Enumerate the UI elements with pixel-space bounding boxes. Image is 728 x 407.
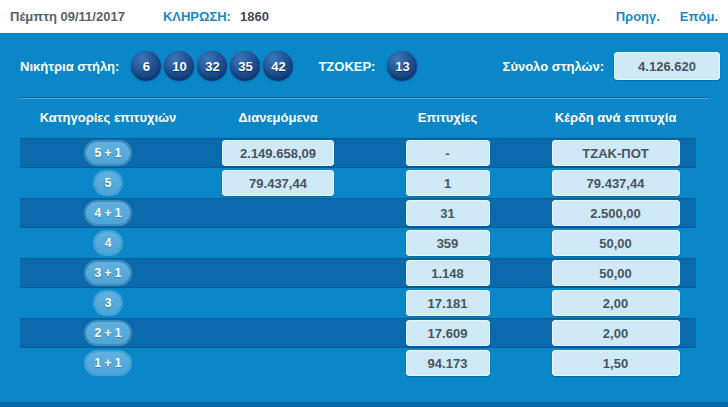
winning-number-ball: 32	[197, 51, 227, 81]
winning-numbers-row: Νικήτρια στήλη: 6 10 32 35 42 ΤΖΟΚΕΡ: 13…	[0, 33, 728, 81]
prize-table-header: Κατηγορίες επιτυχιών Διανεμόμενα Επιτυχί…	[20, 99, 696, 138]
winning-number-ball: 35	[230, 51, 260, 81]
column-header-prize: Κέρδη ανά επιτυχία	[535, 110, 696, 125]
prize-value: 2,00	[552, 290, 680, 316]
prize-row-4: 4 359 50,00	[20, 228, 696, 258]
draw-number-value: 1860	[240, 9, 269, 24]
prize-row-1plus1: 1 + 1 94.173 1,50	[20, 348, 696, 378]
prize-row-5: 5 79.437,44 1 79.437,44	[20, 168, 696, 198]
next-draw-link[interactable]: Επόμ.	[680, 9, 718, 24]
total-columns-label: Σύνολο στηλών:	[503, 59, 604, 74]
winning-column-label: Νικήτρια στήλη:	[20, 59, 119, 74]
joker-number-ball: 13	[387, 51, 417, 81]
prize-row-2plus1: 2 + 1 17.609 2,00	[20, 318, 696, 348]
category-badge: 3 + 1	[86, 262, 129, 284]
hits-value: 94.173	[406, 350, 490, 376]
prize-value: 2,00	[552, 320, 680, 346]
prize-table: Κατηγορίες επιτυχιών Διανεμόμενα Επιτυχί…	[20, 99, 696, 378]
prize-row-4plus1: 4 + 1 31 2.500,00	[20, 198, 696, 228]
prize-value: ΤΖΑΚ-ΠΟΤ	[552, 140, 680, 166]
winning-numbers: 6 10 32 35 42	[131, 51, 296, 81]
hits-value: 1.148	[406, 260, 490, 286]
prize-value: 79.437,44	[552, 170, 680, 196]
prize-value: 50,00	[552, 230, 680, 256]
draw-date: Πέμπτη 09/11/2017	[10, 9, 125, 24]
previous-draw-link[interactable]: Προηγ.	[616, 9, 660, 24]
draw-header-bar: Πέμπτη 09/11/2017 ΚΛΗΡΩΣΗ: 1860 Προηγ. Ε…	[0, 0, 728, 33]
category-badge: 5 + 1	[86, 142, 129, 164]
prize-row-3: 3 17.181 2,00	[20, 288, 696, 318]
hits-value: -	[406, 140, 490, 166]
prize-value: 2.500,00	[552, 200, 680, 226]
category-badge: 4 + 1	[86, 202, 129, 224]
category-badge: 1 + 1	[86, 352, 129, 374]
hits-value: 359	[406, 230, 490, 256]
joker-label: ΤΖΟΚΕΡ:	[318, 59, 375, 74]
column-header-hits: Επιτυχίες	[360, 110, 535, 125]
winning-number-ball: 42	[263, 51, 293, 81]
distributed-value: 2.149.658,09	[222, 140, 334, 166]
hits-value: 31	[406, 200, 490, 226]
prize-row-3plus1: 3 + 1 1.148 50,00	[20, 258, 696, 288]
prize-value: 1,50	[552, 350, 680, 376]
winning-number-ball: 6	[131, 51, 161, 81]
distributed-value: 79.437,44	[222, 170, 334, 196]
category-badge: 2 + 1	[86, 322, 129, 344]
total-columns-value: 4.126.620	[614, 52, 720, 80]
column-header-distributed: Διανεμόμενα	[196, 110, 360, 125]
results-panel: Νικήτρια στήλη: 6 10 32 35 42 ΤΖΟΚΕΡ: 13…	[0, 33, 728, 407]
winning-number-ball: 10	[164, 51, 194, 81]
hits-value: 1	[406, 170, 490, 196]
hits-value: 17.609	[406, 320, 490, 346]
hits-value: 17.181	[406, 290, 490, 316]
column-header-categories: Κατηγορίες επιτυχιών	[20, 110, 196, 125]
category-badge: 4	[95, 232, 121, 254]
category-badge: 3	[95, 292, 121, 314]
category-badge: 5	[95, 172, 121, 194]
prize-row-5plus1: 5 + 1 2.149.658,09 - ΤΖΑΚ-ΠΟΤ	[20, 138, 696, 168]
draw-number-label: ΚΛΗΡΩΣΗ:	[163, 9, 231, 24]
prize-value: 50,00	[552, 260, 680, 286]
